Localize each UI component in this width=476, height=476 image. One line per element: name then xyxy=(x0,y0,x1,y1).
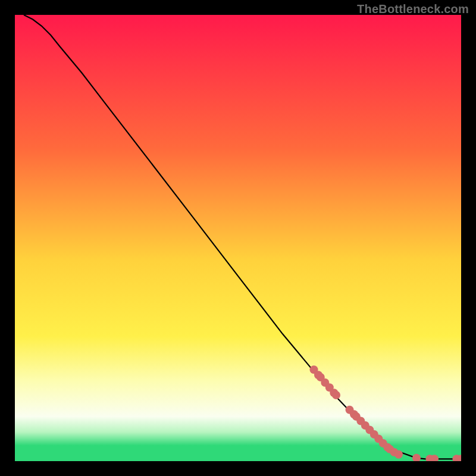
scatter-dot xyxy=(394,450,403,459)
chart-stage: TheBottleneck.com xyxy=(0,0,476,476)
scatter-dot xyxy=(332,391,340,399)
gradient-background xyxy=(15,15,461,461)
watermark-text: TheBottleneck.com xyxy=(357,2,469,16)
chart-plot xyxy=(15,15,461,461)
